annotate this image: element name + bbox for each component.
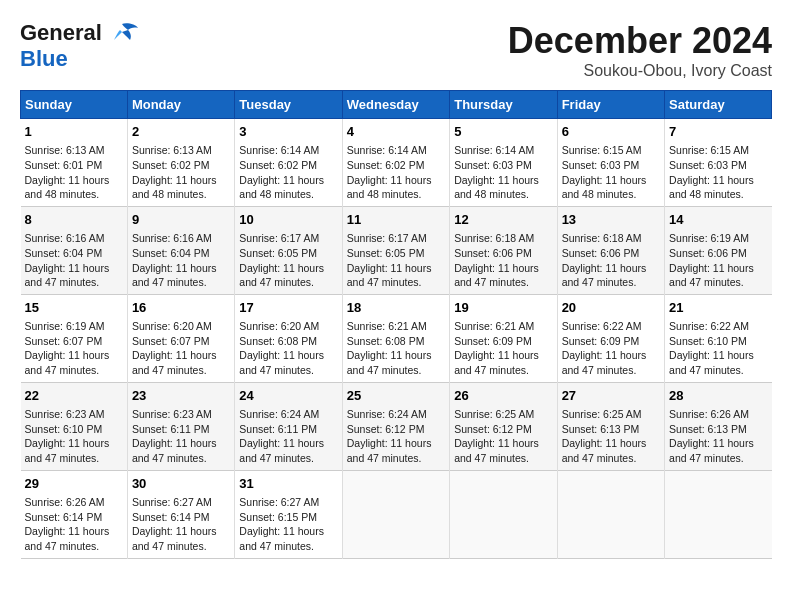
day-number: 7 xyxy=(669,123,767,141)
header-friday: Friday xyxy=(557,91,664,119)
day-number: 2 xyxy=(132,123,230,141)
day-number: 9 xyxy=(132,211,230,229)
header-wednesday: Wednesday xyxy=(342,91,449,119)
calendar-cell: 14Sunrise: 6:19 AM Sunset: 6:06 PM Dayli… xyxy=(665,206,772,294)
day-info: Sunrise: 6:19 AM Sunset: 6:06 PM Dayligh… xyxy=(669,231,767,290)
day-number: 16 xyxy=(132,299,230,317)
day-number: 5 xyxy=(454,123,552,141)
calendar-cell: 25Sunrise: 6:24 AM Sunset: 6:12 PM Dayli… xyxy=(342,382,449,470)
day-info: Sunrise: 6:17 AM Sunset: 6:05 PM Dayligh… xyxy=(239,231,337,290)
calendar-cell: 28Sunrise: 6:26 AM Sunset: 6:13 PM Dayli… xyxy=(665,382,772,470)
day-info: Sunrise: 6:21 AM Sunset: 6:09 PM Dayligh… xyxy=(454,319,552,378)
day-number: 22 xyxy=(25,387,123,405)
calendar-cell xyxy=(557,470,664,558)
day-info: Sunrise: 6:17 AM Sunset: 6:05 PM Dayligh… xyxy=(347,231,445,290)
day-number: 4 xyxy=(347,123,445,141)
calendar-cell: 31Sunrise: 6:27 AM Sunset: 6:15 PM Dayli… xyxy=(235,470,342,558)
calendar-cell: 13Sunrise: 6:18 AM Sunset: 6:06 PM Dayli… xyxy=(557,206,664,294)
day-info: Sunrise: 6:22 AM Sunset: 6:09 PM Dayligh… xyxy=(562,319,660,378)
calendar-cell: 12Sunrise: 6:18 AM Sunset: 6:06 PM Dayli… xyxy=(450,206,557,294)
calendar-cell: 11Sunrise: 6:17 AM Sunset: 6:05 PM Dayli… xyxy=(342,206,449,294)
calendar-cell: 10Sunrise: 6:17 AM Sunset: 6:05 PM Dayli… xyxy=(235,206,342,294)
day-number: 25 xyxy=(347,387,445,405)
day-number: 30 xyxy=(132,475,230,493)
day-info: Sunrise: 6:14 AM Sunset: 6:02 PM Dayligh… xyxy=(347,143,445,202)
calendar-cell: 5Sunrise: 6:14 AM Sunset: 6:03 PM Daylig… xyxy=(450,119,557,207)
day-info: Sunrise: 6:26 AM Sunset: 6:14 PM Dayligh… xyxy=(25,495,123,554)
calendar-subtitle: Soukou-Obou, Ivory Coast xyxy=(508,62,772,80)
day-number: 3 xyxy=(239,123,337,141)
calendar-cell: 3Sunrise: 6:14 AM Sunset: 6:02 PM Daylig… xyxy=(235,119,342,207)
day-info: Sunrise: 6:19 AM Sunset: 6:07 PM Dayligh… xyxy=(25,319,123,378)
day-info: Sunrise: 6:14 AM Sunset: 6:02 PM Dayligh… xyxy=(239,143,337,202)
day-info: Sunrise: 6:13 AM Sunset: 6:01 PM Dayligh… xyxy=(25,143,123,202)
day-info: Sunrise: 6:20 AM Sunset: 6:07 PM Dayligh… xyxy=(132,319,230,378)
calendar-title: December 2024 xyxy=(508,20,772,62)
calendar-cell: 15Sunrise: 6:19 AM Sunset: 6:07 PM Dayli… xyxy=(21,294,128,382)
day-number: 18 xyxy=(347,299,445,317)
day-info: Sunrise: 6:24 AM Sunset: 6:12 PM Dayligh… xyxy=(347,407,445,466)
day-number: 17 xyxy=(239,299,337,317)
day-number: 23 xyxy=(132,387,230,405)
logo-text-blue: Blue xyxy=(20,46,68,71)
day-info: Sunrise: 6:15 AM Sunset: 6:03 PM Dayligh… xyxy=(669,143,767,202)
calendar-cell: 24Sunrise: 6:24 AM Sunset: 6:11 PM Dayli… xyxy=(235,382,342,470)
day-info: Sunrise: 6:26 AM Sunset: 6:13 PM Dayligh… xyxy=(669,407,767,466)
day-info: Sunrise: 6:16 AM Sunset: 6:04 PM Dayligh… xyxy=(25,231,123,290)
calendar-cell: 16Sunrise: 6:20 AM Sunset: 6:07 PM Dayli… xyxy=(127,294,234,382)
day-number: 31 xyxy=(239,475,337,493)
header-thursday: Thursday xyxy=(450,91,557,119)
calendar-cell: 21Sunrise: 6:22 AM Sunset: 6:10 PM Dayli… xyxy=(665,294,772,382)
calendar-cell: 9Sunrise: 6:16 AM Sunset: 6:04 PM Daylig… xyxy=(127,206,234,294)
calendar-cell: 19Sunrise: 6:21 AM Sunset: 6:09 PM Dayli… xyxy=(450,294,557,382)
day-info: Sunrise: 6:20 AM Sunset: 6:08 PM Dayligh… xyxy=(239,319,337,378)
calendar-cell: 29Sunrise: 6:26 AM Sunset: 6:14 PM Dayli… xyxy=(21,470,128,558)
day-number: 14 xyxy=(669,211,767,229)
day-info: Sunrise: 6:18 AM Sunset: 6:06 PM Dayligh… xyxy=(454,231,552,290)
calendar-cell: 4Sunrise: 6:14 AM Sunset: 6:02 PM Daylig… xyxy=(342,119,449,207)
calendar-cell: 20Sunrise: 6:22 AM Sunset: 6:09 PM Dayli… xyxy=(557,294,664,382)
calendar-cell xyxy=(342,470,449,558)
header-tuesday: Tuesday xyxy=(235,91,342,119)
day-number: 12 xyxy=(454,211,552,229)
day-info: Sunrise: 6:25 AM Sunset: 6:13 PM Dayligh… xyxy=(562,407,660,466)
header: General Blue December 2024 Soukou-Obou, … xyxy=(20,20,772,80)
calendar-header-row: SundayMondayTuesdayWednesdayThursdayFrid… xyxy=(21,91,772,119)
calendar-cell: 6Sunrise: 6:15 AM Sunset: 6:03 PM Daylig… xyxy=(557,119,664,207)
calendar-table: SundayMondayTuesdayWednesdayThursdayFrid… xyxy=(20,90,772,559)
day-info: Sunrise: 6:21 AM Sunset: 6:08 PM Dayligh… xyxy=(347,319,445,378)
calendar-cell: 2Sunrise: 6:13 AM Sunset: 6:02 PM Daylig… xyxy=(127,119,234,207)
calendar-week-row: 15Sunrise: 6:19 AM Sunset: 6:07 PM Dayli… xyxy=(21,294,772,382)
day-number: 28 xyxy=(669,387,767,405)
calendar-week-row: 1Sunrise: 6:13 AM Sunset: 6:01 PM Daylig… xyxy=(21,119,772,207)
day-info: Sunrise: 6:25 AM Sunset: 6:12 PM Dayligh… xyxy=(454,407,552,466)
day-number: 13 xyxy=(562,211,660,229)
logo-bird-icon xyxy=(106,22,138,44)
calendar-week-row: 8Sunrise: 6:16 AM Sunset: 6:04 PM Daylig… xyxy=(21,206,772,294)
day-info: Sunrise: 6:14 AM Sunset: 6:03 PM Dayligh… xyxy=(454,143,552,202)
day-info: Sunrise: 6:27 AM Sunset: 6:14 PM Dayligh… xyxy=(132,495,230,554)
day-info: Sunrise: 6:18 AM Sunset: 6:06 PM Dayligh… xyxy=(562,231,660,290)
day-number: 24 xyxy=(239,387,337,405)
day-info: Sunrise: 6:27 AM Sunset: 6:15 PM Dayligh… xyxy=(239,495,337,554)
day-number: 11 xyxy=(347,211,445,229)
day-number: 29 xyxy=(25,475,123,493)
calendar-cell: 1Sunrise: 6:13 AM Sunset: 6:01 PM Daylig… xyxy=(21,119,128,207)
calendar-cell: 23Sunrise: 6:23 AM Sunset: 6:11 PM Dayli… xyxy=(127,382,234,470)
day-info: Sunrise: 6:16 AM Sunset: 6:04 PM Dayligh… xyxy=(132,231,230,290)
logo-text-general: General xyxy=(20,20,102,46)
day-number: 19 xyxy=(454,299,552,317)
calendar-cell: 30Sunrise: 6:27 AM Sunset: 6:14 PM Dayli… xyxy=(127,470,234,558)
day-info: Sunrise: 6:15 AM Sunset: 6:03 PM Dayligh… xyxy=(562,143,660,202)
title-area: December 2024 Soukou-Obou, Ivory Coast xyxy=(508,20,772,80)
day-info: Sunrise: 6:13 AM Sunset: 6:02 PM Dayligh… xyxy=(132,143,230,202)
day-number: 6 xyxy=(562,123,660,141)
day-info: Sunrise: 6:24 AM Sunset: 6:11 PM Dayligh… xyxy=(239,407,337,466)
day-number: 21 xyxy=(669,299,767,317)
day-number: 8 xyxy=(25,211,123,229)
header-monday: Monday xyxy=(127,91,234,119)
logo: General Blue xyxy=(20,20,138,72)
header-saturday: Saturday xyxy=(665,91,772,119)
day-info: Sunrise: 6:23 AM Sunset: 6:10 PM Dayligh… xyxy=(25,407,123,466)
day-number: 1 xyxy=(25,123,123,141)
